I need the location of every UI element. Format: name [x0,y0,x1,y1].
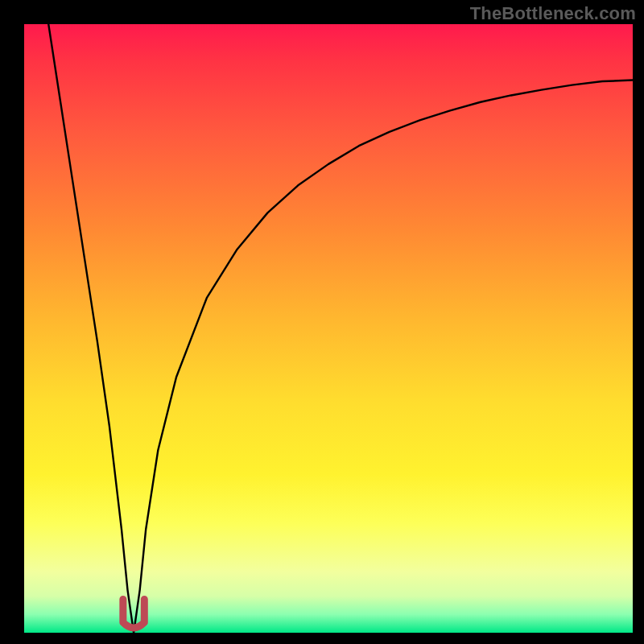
chart-svg [0,0,644,644]
chart-frame: TheBottleneck.com [0,0,644,644]
notch-marker [123,599,144,628]
curve-path [48,24,633,633]
watermark-text: TheBottleneck.com [470,3,636,24]
